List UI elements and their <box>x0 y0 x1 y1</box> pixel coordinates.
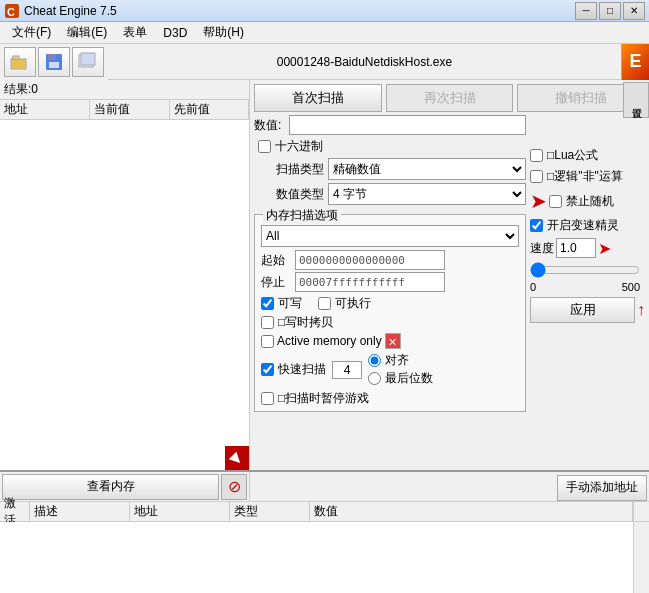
save-button[interactable] <box>38 47 70 77</box>
title-bar: C Cheat Engine 7.5 ─ □ ✕ <box>0 0 649 22</box>
writable-checkbox[interactable] <box>261 297 274 310</box>
speedhack-group: 开启变速精灵 <box>530 217 645 234</box>
memory-scan-title: 内存扫描选项 <box>263 207 341 224</box>
stop-icon-button[interactable]: ⊘ <box>221 474 247 500</box>
cow-checkbox[interactable] <box>261 316 274 329</box>
cow-label: □写时拷贝 <box>278 314 333 331</box>
speed-label: 速度 <box>530 240 554 257</box>
main-area: 结果:0 地址 当前值 先前值 ▶ 首次扫描 再次扫描 撤销扫描 数值 <box>0 80 649 470</box>
stop-circle-icon: ⊘ <box>228 477 241 496</box>
slider-section: 0 500 <box>530 262 645 293</box>
stop-address-input[interactable] <box>295 272 445 292</box>
left-panel: 结果:0 地址 当前值 先前值 ▶ <box>0 80 250 470</box>
fast-scan-checkbox[interactable] <box>261 363 274 376</box>
app-icon: C <box>4 3 20 19</box>
right-panel: 首次扫描 再次扫描 撤销扫描 数值: 十六进制 扫描类型 <box>250 80 649 470</box>
ce-logo[interactable]: E <box>621 44 649 80</box>
open-button[interactable] <box>4 47 36 77</box>
pause-game-checkbox[interactable] <box>261 392 274 405</box>
menu-table[interactable]: 表单 <box>115 22 155 43</box>
value-type-row: 数值类型 1 字节 2 字节 4 字节 8 字节 浮点数 <box>254 183 526 205</box>
maximize-button[interactable]: □ <box>599 2 621 20</box>
header-previous: 先前值 <box>170 100 249 119</box>
fast-scan-value-input[interactable] <box>332 361 362 379</box>
hex-label: 十六进制 <box>275 138 323 155</box>
speed-input[interactable] <box>556 238 596 258</box>
fast-scan-row: 快速扫描 对齐 最后位数 <box>261 352 519 387</box>
first-scan-button[interactable]: 首次扫描 <box>254 84 382 112</box>
close-button[interactable]: ✕ <box>623 2 645 20</box>
lua-formula-checkbox[interactable] <box>530 149 543 162</box>
region-select[interactable]: All <box>261 225 519 247</box>
speedhack-checkbox[interactable] <box>530 219 543 232</box>
pause-game-group: □扫描时暂停游戏 <box>261 390 519 407</box>
bottom-controls: 查看内存 ⊘ 手动添加地址 <box>0 472 649 502</box>
header-current: 当前值 <box>90 100 170 119</box>
not-logic-group: □逻辑"非"运算 <box>530 168 645 185</box>
menu-d3d[interactable]: D3D <box>155 24 195 42</box>
write-exec-row: 可写 可执行 <box>261 295 519 312</box>
region-row: All <box>261 225 519 247</box>
menu-file[interactable]: 文件(F) <box>4 22 59 43</box>
manual-add-button[interactable]: 手动添加地址 <box>557 475 647 501</box>
disable-random-label: 禁止随机 <box>566 193 614 210</box>
scan-type-row: 扫描类型 精确数值 比当前值大 比当前值小 <box>254 158 526 180</box>
last-digit-radio-row: 最后位数 <box>368 370 433 387</box>
active-memory-clear-button[interactable]: ✕ <box>385 333 401 349</box>
last-digit-radio[interactable] <box>368 372 381 385</box>
menu-edit[interactable]: 编辑(E) <box>59 22 115 43</box>
speed-slider[interactable] <box>530 262 640 278</box>
minimize-button[interactable]: ─ <box>575 2 597 20</box>
apply-button[interactable]: 应用 <box>530 297 635 323</box>
value-type-select[interactable]: 1 字节 2 字节 4 字节 8 字节 浮点数 <box>328 183 526 205</box>
disable-random-checkbox[interactable] <box>549 195 562 208</box>
header-active: 激活 <box>0 502 30 521</box>
executable-checkbox[interactable] <box>318 297 331 310</box>
svg-text:C: C <box>7 6 15 18</box>
view-memory-button[interactable]: 查看内存 <box>2 474 219 500</box>
address-table-body <box>0 522 649 593</box>
toolbar <box>0 44 108 80</box>
active-memory-label: Active memory only <box>277 334 382 348</box>
address-list-body: ▶ <box>0 120 249 470</box>
header-type: 类型 <box>230 502 310 521</box>
writable-group: 可写 <box>261 295 302 312</box>
slider-min: 0 <box>530 281 536 293</box>
start-row: 起始 <box>261 250 519 270</box>
active-memory-row: Active memory only ✕ <box>261 333 519 349</box>
arrow-2-icon: ➤ <box>598 239 611 258</box>
hex-row: 十六进制 <box>258 138 526 155</box>
active-memory-checkbox[interactable] <box>261 335 274 348</box>
apply-section: 应用 ↑ <box>530 297 645 323</box>
align-label: 对齐 <box>385 352 409 369</box>
next-scan-button[interactable]: 再次扫描 <box>386 84 514 112</box>
hex-checkbox[interactable] <box>258 140 271 153</box>
scan-type-label: 扫描类型 <box>254 161 324 178</box>
not-logic-checkbox[interactable] <box>530 170 543 183</box>
speed-row: 速度 ➤ <box>530 238 645 258</box>
options-area: 数值: 十六进制 扫描类型 精确数值 比当前值大 比当前值小 <box>254 115 645 412</box>
speedhack-label: 开启变速精灵 <box>547 217 619 234</box>
memory-scan-section: 内存扫描选项 All 起始 停止 <box>254 214 526 412</box>
lua-formula-group: □Lua公式 <box>530 147 645 164</box>
settings-button[interactable]: 设置 <box>623 82 649 118</box>
align-radio[interactable] <box>368 354 381 367</box>
stop-label: 停止 <box>261 274 291 291</box>
last-digit-label: 最后位数 <box>385 370 433 387</box>
writable-label: 可写 <box>278 295 302 312</box>
disable-random-group: 禁止随机 <box>549 193 614 210</box>
cow-group: □写时拷贝 <box>261 314 519 331</box>
value-input[interactable] <box>289 115 526 135</box>
value-row: 数值: <box>254 115 526 135</box>
start-address-input[interactable] <box>295 250 445 270</box>
list-arrow-button[interactable]: ▶ <box>225 446 249 470</box>
pause-game-label: □扫描时暂停游戏 <box>278 390 369 407</box>
saveas-button[interactable] <box>72 47 104 77</box>
bottom-right-controls: 手动添加地址 <box>250 472 649 502</box>
disable-random-section: ➤ 禁止随机 <box>530 189 645 213</box>
fast-scan-group: 快速扫描 <box>261 361 326 378</box>
scan-type-select[interactable]: 精确数值 比当前值大 比当前值小 <box>328 158 526 180</box>
right-options-panel: □Lua公式 □逻辑"非"运算 ➤ 禁止随机 <box>530 115 645 412</box>
svg-rect-7 <box>49 62 59 68</box>
menu-help[interactable]: 帮助(H) <box>195 22 252 43</box>
